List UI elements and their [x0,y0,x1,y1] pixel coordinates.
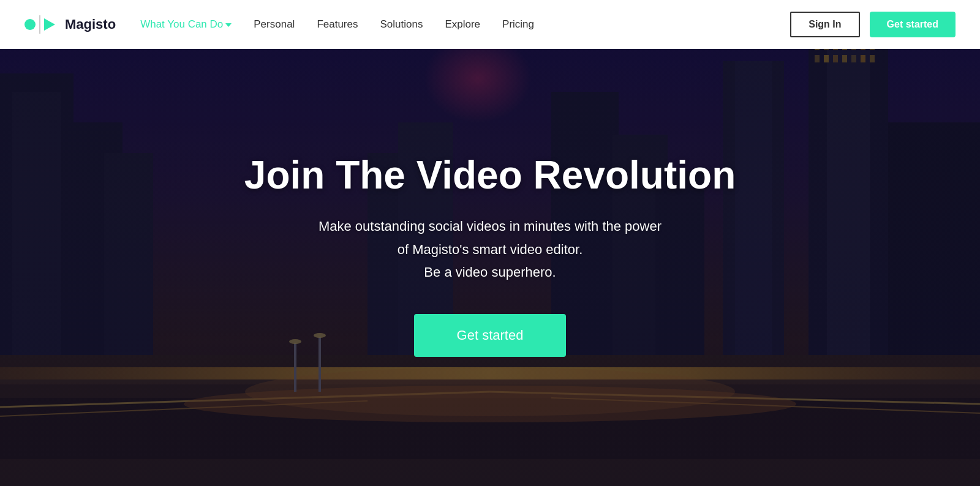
logo-play-icon [44,18,55,31]
hero-subtitle: Make outstanding social videos in minute… [244,215,736,283]
get-started-hero-button[interactable]: Get started [414,314,567,357]
chevron-down-icon [225,23,232,27]
logo-area[interactable]: Magisto [24,15,116,34]
nav-actions: Sign In Get started [790,12,956,37]
logo-dot-icon [24,19,36,30]
nav-item-what-you-can-do[interactable]: What You Can Do [140,18,232,31]
nav-links: What You Can Do Personal Features Soluti… [140,18,790,31]
nav-item-pricing[interactable]: Pricing [502,18,534,31]
hero-section: Join The Video Revolution Make outstandi… [0,0,980,486]
nav-item-solutions[interactable]: Solutions [380,18,423,31]
hero-subtitle-line1: Make outstanding social videos in minute… [318,219,662,234]
nav-item-features[interactable]: Features [317,18,358,31]
navbar: Magisto What You Can Do Personal Feature… [0,0,980,49]
logo-divider [39,15,40,34]
logo-text: Magisto [65,17,116,32]
hero-subtitle-line3: Be a video superhero. [424,264,556,280]
get-started-nav-button[interactable]: Get started [870,12,956,37]
nav-item-explore[interactable]: Explore [445,18,480,31]
hero-content: Join The Video Revolution Make outstandi… [244,154,736,357]
logo-icons [24,15,55,34]
hero-title: Join The Video Revolution [244,154,736,196]
hero-subtitle-line2: of Magisto's smart video editor. [398,242,583,257]
sign-in-button[interactable]: Sign In [790,12,859,37]
nav-item-personal[interactable]: Personal [254,18,295,31]
